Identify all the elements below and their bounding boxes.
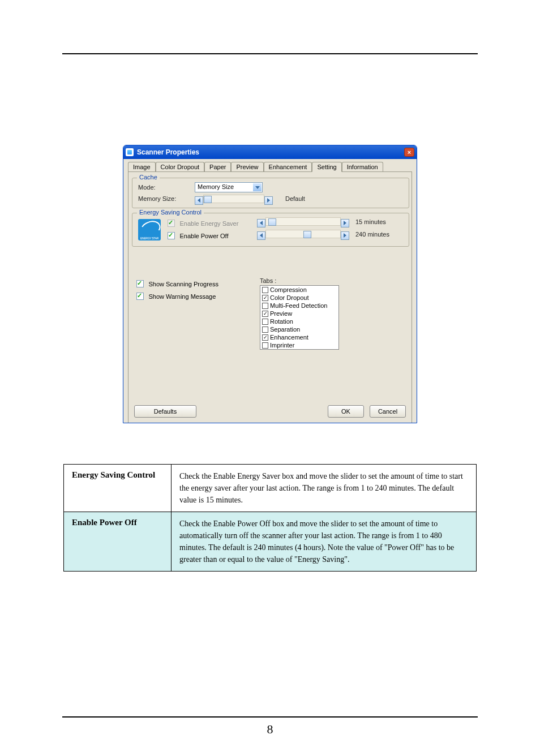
chevron-right-icon[interactable] [341, 231, 349, 240]
table-row: Energy Saving Control Check the Enable E… [64, 465, 477, 512]
page-rule-top [62, 53, 478, 54]
tabs-list-label: Separation [270, 326, 300, 333]
tabs-list-checkbox[interactable] [262, 319, 268, 325]
tabs-list-checkbox[interactable]: ✓ [262, 334, 268, 341]
titlebar: Scanner Properties × [123, 145, 417, 159]
chevron-left-icon[interactable] [195, 196, 203, 205]
tab-enhancement[interactable]: Enhancement [264, 162, 312, 172]
tabs-list-item[interactable]: Compression [260, 286, 338, 294]
app-icon [126, 148, 134, 156]
chevron-right-icon[interactable] [341, 219, 349, 227]
chevron-right-icon[interactable] [264, 196, 273, 205]
enable-energy-saver-checkbox[interactable] [168, 220, 175, 227]
tabs-list-item[interactable]: ✓Preview [260, 310, 338, 317]
scanner-properties-dialog: Scanner Properties × Image Color Dropout… [123, 145, 417, 423]
table-row: Enable Power Off Check the Enable Power … [64, 512, 477, 572]
tabs-list-label: Preview [270, 310, 292, 317]
tabs-list-item[interactable]: Rotation [260, 317, 338, 325]
cancel-button[interactable]: Cancel [370, 405, 406, 418]
defaults-button[interactable]: Defaults [134, 405, 196, 418]
tabs-list-item[interactable]: Multi-Feed Detection [260, 302, 338, 310]
energy-minutes: 15 minutes [355, 218, 386, 225]
tabs-list-label: Imprinter [270, 342, 294, 349]
energy-legend: Energy Saving Control [137, 209, 204, 216]
info-table: Energy Saving Control Check the Enable E… [63, 464, 477, 572]
tabs-list-label: Tabs : [260, 277, 276, 284]
tab-image[interactable]: Image [128, 162, 156, 172]
tabs-list-label: Rotation [270, 318, 293, 325]
energy-saver-slider[interactable] [257, 217, 350, 226]
cache-fieldset: Cache Mode: Memory Size Memory Size: Def… [132, 178, 409, 208]
row1-head: Energy Saving Control [64, 465, 172, 512]
tab-preview[interactable]: Preview [231, 162, 263, 172]
tab-information[interactable]: Information [342, 162, 383, 172]
tabs-list-label: Enhancement [270, 334, 308, 341]
window-title: Scanner Properties [137, 148, 404, 156]
enable-power-off-label: Enable Power Off [179, 233, 228, 239]
show-scanning-row[interactable]: Show Scanning Progress [136, 278, 218, 289]
chevron-left-icon[interactable] [257, 219, 265, 227]
tab-color-dropout[interactable]: Color Dropout [156, 162, 204, 172]
tabs-list-checkbox[interactable] [262, 327, 268, 333]
energy-fieldset: Energy Saving Control ENERGY STAR Enable… [132, 213, 409, 247]
enable-power-off-checkbox[interactable] [168, 232, 175, 239]
tabs-list-checkbox[interactable] [262, 287, 268, 293]
memsize-default: Default [285, 195, 305, 202]
tab-panel: Cache Mode: Memory Size Memory Size: Def… [128, 171, 412, 423]
poweroff-minutes: 240 minutes [355, 231, 389, 238]
show-warning-row[interactable]: Show Warning Message [136, 291, 216, 301]
tabs-list-item[interactable]: Imprinter [260, 341, 338, 349]
show-scanning-label: Show Scanning Progress [148, 281, 218, 287]
row1-body: Check the Enable Energy Saver box and mo… [172, 465, 477, 512]
page-rule-bottom [62, 716, 478, 718]
tabs-list-label: Compression [270, 286, 307, 293]
mode-label: Mode: [138, 184, 156, 191]
tabs-list-checkbox[interactable]: ✓ [262, 295, 268, 301]
tabs-list-item[interactable]: Separation [260, 325, 338, 333]
mode-dropdown[interactable]: Memory Size [195, 182, 263, 192]
chevron-down-icon [253, 183, 262, 191]
tabs-list-checkbox[interactable] [262, 342, 268, 349]
ok-button[interactable]: OK [328, 405, 364, 418]
tabs-list-item[interactable]: ✓Enhancement [260, 333, 338, 341]
energy-star-logo: ENERGY STAR [138, 219, 161, 240]
tabs-list-item[interactable]: ✓Color Dropout [260, 294, 338, 302]
memsize-label: Memory Size: [138, 195, 176, 202]
show-warning-label: Show Warning Message [148, 293, 216, 300]
tabs-list-checkbox[interactable]: ✓ [262, 311, 268, 317]
power-off-slider[interactable] [257, 230, 350, 239]
tabs-list-label: Color Dropout [270, 294, 308, 301]
row2-body: Check the Enable Power Off box and move … [172, 512, 477, 572]
cache-legend: Cache [137, 174, 160, 181]
mode-value: Memory Size [198, 183, 234, 190]
tabs-list[interactable]: Compression✓Color DropoutMulti-Feed Dete… [260, 285, 339, 350]
enable-energy-saver-row[interactable]: Enable Energy Saver [168, 218, 238, 228]
tab-setting[interactable]: Setting [312, 162, 341, 172]
tabs-list-checkbox[interactable] [262, 303, 268, 309]
tabs-row: Image Color Dropout Paper Preview Enhanc… [123, 159, 417, 171]
enable-energy-saver-label: Enable Energy Saver [179, 220, 238, 227]
row2-head: Enable Power Off [64, 512, 172, 572]
tab-paper[interactable]: Paper [204, 162, 231, 172]
show-scanning-checkbox[interactable] [136, 280, 144, 287]
chevron-left-icon[interactable] [257, 231, 265, 240]
show-warning-checkbox[interactable] [136, 293, 144, 300]
enable-power-off-row[interactable]: Enable Power Off [168, 230, 228, 240]
tabs-list-label: Multi-Feed Detection [270, 302, 328, 309]
close-icon[interactable]: × [404, 148, 414, 157]
memsize-slider[interactable] [195, 195, 274, 204]
page-number: 8 [0, 722, 540, 737]
